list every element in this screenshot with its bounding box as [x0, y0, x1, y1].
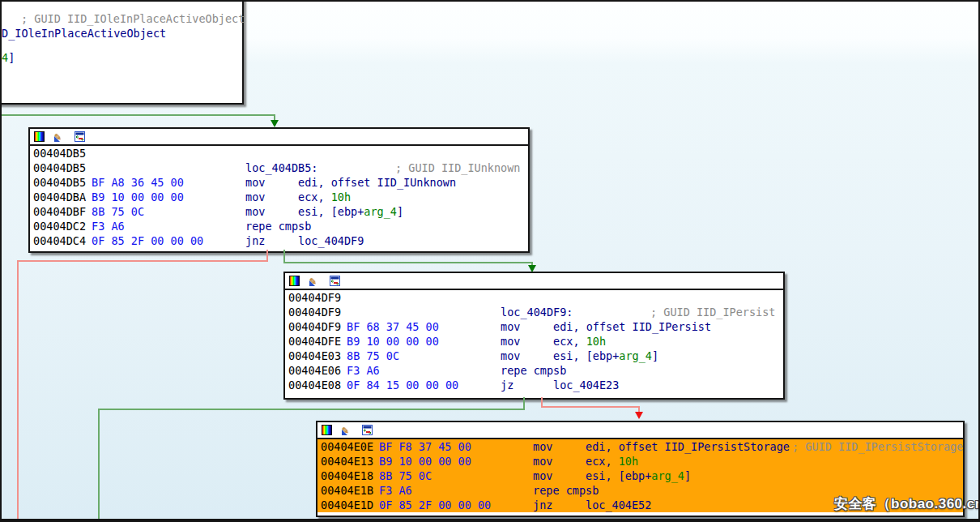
asm-operands: edi, offset IID_IPersistStorage — [586, 439, 790, 454]
asm-address: 00404E0E — [321, 439, 373, 454]
node-titlebar: ✎ — [30, 129, 528, 146]
asm-operands: edi, offset IID_IPersist — [553, 319, 711, 334]
asm-bytes: F3 A6 — [347, 363, 380, 378]
asm-line[interactable]: 00404E06 F3 A6 repe cmpsb — [285, 363, 783, 378]
operand-text: esi, [ebp+ — [553, 349, 619, 362]
graph-canvas[interactable]: ; GUID IID_IOleInPlaceActiveObject D_IOl… — [0, 0, 980, 522]
asm-mnemonic: mov — [533, 454, 552, 469]
asm-comment: ; GUID IID_IPersistStorage — [792, 439, 963, 454]
edit-node-color-icon[interactable]: ✎ — [54, 131, 65, 142]
asm-address: 00404DB5 — [33, 160, 86, 175]
asm-operands: loc_404DF9 — [298, 233, 364, 248]
asm-line[interactable]: 00404DBA B9 10 00 00 00 mov ecx, 10h — [30, 190, 528, 204]
asm-line[interactable]: 00404E18 8B 75 0C mov esi, [ebp+arg_4] — [317, 469, 963, 483]
asm-address: 00404DC2 — [33, 219, 86, 233]
operand-text: loc_404DF9 — [298, 234, 364, 247]
operand-text: edi, offset IID_IPersist — [553, 320, 711, 333]
operand-green: 4 — [2, 51, 8, 64]
asm-line[interactable]: 00404DF9 BF 68 37 45 00 mov edi, offset … — [285, 319, 783, 334]
asm-comment: ; GUID IID_IOleInPlaceActiveObject — [21, 11, 245, 26]
asm-mnemonic: mov — [245, 190, 265, 204]
group-node-icon[interactable] — [330, 276, 340, 286]
asm-address: 00404DBA — [33, 190, 86, 204]
asm-label: loc_404DF9: — [501, 305, 573, 319]
asm-mnemonic: mov — [501, 319, 520, 334]
node-color-palette-icon[interactable] — [34, 131, 45, 142]
asm-address: 00404E13 — [321, 454, 373, 469]
asm-line[interactable]: 00404DB5 BF A8 36 45 00 mov edi, offset … — [30, 175, 528, 190]
asm-operand-fragment: 4] — [2, 50, 15, 65]
asm-operands: ecx, 10h — [586, 454, 638, 469]
asm-mnemonic: repe cmpsb — [245, 219, 311, 233]
asm-comment: ; GUID IID_IPersist — [650, 305, 775, 319]
edge-incoming-jump-arrow — [271, 120, 279, 127]
group-node-icon[interactable] — [362, 425, 373, 435]
operand-text: edi, offset IID_IPersistStorage — [586, 440, 790, 453]
asm-operands: esi, [ebp+arg_4] — [553, 349, 658, 363]
edit-node-color-icon[interactable]: ✎ — [342, 425, 352, 435]
asm-name-fragment: D_IOleInPlaceActiveObject — [2, 26, 166, 41]
asm-bytes: 0F 85 2F 00 00 00 — [92, 233, 203, 248]
asm-address: 00404E08 — [288, 378, 341, 392]
asm-line[interactable]: 00404DBF 8B 75 0C mov esi, [ebp+arg_4] — [30, 204, 528, 219]
asm-line[interactable]: 00404DF9 loc_404DF9: ; GUID IID_IPersist — [285, 305, 783, 319]
node-content: 00404DF9 00404DF9 loc_404DF9: ; GUID IID… — [285, 290, 783, 392]
basic-block-404DF9[interactable]: ✎ 00404DF9 00404DF9 loc_404DF9: ; GUID I… — [283, 272, 785, 400]
node-titlebar: ✎ — [317, 422, 963, 439]
asm-mnemonic: jnz — [245, 233, 265, 248]
asm-bytes: BF F8 37 45 00 — [379, 439, 471, 454]
operand-green: 10h — [586, 335, 606, 348]
asm-line[interactable]: 00404DFE B9 10 00 00 00 mov ecx, 10h — [285, 334, 783, 349]
asm-operands: ecx, 10h — [553, 334, 606, 349]
edit-node-color-icon[interactable]: ✎ — [309, 276, 320, 286]
asm-operands: loc_404E23 — [553, 378, 619, 392]
operand-text: ecx, — [553, 335, 586, 348]
node-titlebar: ✎ — [285, 273, 783, 290]
basic-block-404DB5[interactable]: ✎ 00404DB5 00404DB5 loc_404DB5: ; GUID I… — [28, 127, 530, 253]
asm-bytes: 8B 75 0C — [347, 349, 399, 363]
asm-bytes: F3 A6 — [92, 219, 125, 233]
asm-line[interactable]: 00404E08 0F 84 15 00 00 00 jz loc_404E23 — [285, 378, 783, 392]
asm-address: 00404DBF — [33, 204, 86, 219]
watermark: 安全客（bobao.360.cn） — [834, 494, 980, 513]
basic-block-partial[interactable]: ; GUID IID_IOleInPlaceActiveObject D_IOl… — [0, 0, 244, 105]
asm-label: loc_404DB5: — [245, 160, 317, 175]
node-color-palette-icon[interactable] — [322, 425, 332, 435]
asm-line[interactable]: 00404DF9 — [285, 290, 783, 305]
asm-bytes: 8B 75 0C — [379, 469, 432, 483]
asm-address: 00404E03 — [288, 349, 341, 363]
asm-operands: loc_404E52 — [586, 498, 651, 512]
asm-line[interactable]: 00404E03 8B 75 0C mov esi, [ebp+arg_4] — [285, 349, 783, 363]
asm-address: 00404E18 — [321, 469, 373, 483]
operand-text: ] — [8, 51, 15, 64]
asm-mnemonic: mov — [245, 204, 265, 219]
asm-operands: ecx, 10h — [298, 190, 351, 204]
asm-address: 00404E06 — [288, 363, 341, 378]
group-node-icon[interactable] — [75, 131, 85, 142]
operand-text: edi, offset IID_IUnknown — [298, 176, 456, 189]
edge-incoming-jump — [2, 115, 275, 121]
asm-address: 00404DB5 — [33, 146, 86, 160]
asm-address: 00404DB5 — [33, 175, 86, 190]
asm-line[interactable]: 00404DB5 — [30, 146, 528, 160]
asm-mnemonic: jz — [501, 378, 513, 392]
asm-line[interactable]: 00404E0E BF F8 37 45 00 mov edi, offset … — [317, 439, 963, 454]
asm-line[interactable]: 00404DC4 0F 85 2F 00 00 00 jnz loc_404DF… — [30, 233, 528, 248]
operand-text: ] — [652, 349, 658, 362]
asm-mnemonic: mov — [533, 469, 552, 483]
asm-bytes: BF A8 36 45 00 — [92, 175, 184, 190]
operand-text: ecx, — [298, 190, 331, 203]
asm-mnemonic: repe cmpsb — [501, 363, 566, 378]
asm-line[interactable]: 00404E13 B9 10 00 00 00 mov ecx, 10h — [317, 454, 963, 469]
operand-green: arg_4 — [619, 349, 652, 362]
node-color-palette-icon[interactable] — [289, 276, 300, 286]
asm-bytes: B9 10 00 00 00 — [92, 190, 184, 204]
asm-mnemonic: repe cmpsb — [533, 483, 599, 498]
asm-address: 00404E1B — [321, 483, 373, 498]
operand-text: ] — [397, 205, 403, 218]
asm-line[interactable]: 00404DC2 F3 A6 repe cmpsb — [30, 219, 528, 233]
asm-address: 00404DF9 — [288, 319, 341, 334]
operand-green: 10h — [331, 190, 351, 203]
asm-mnemonic: jnz — [533, 498, 552, 512]
asm-line[interactable]: 00404DB5 loc_404DB5: ; GUID IID_IUnknown — [30, 160, 528, 175]
